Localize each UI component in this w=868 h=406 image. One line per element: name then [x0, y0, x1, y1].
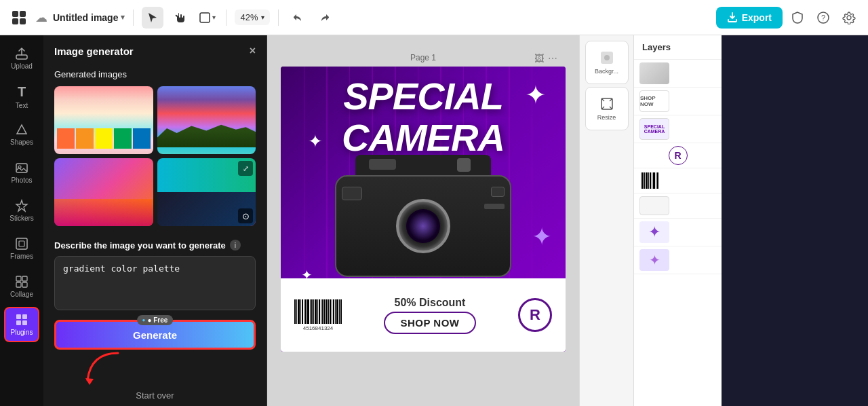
poster-title-camera: CAMERA: [281, 115, 566, 160]
sidebar-item-text[interactable]: T Text: [4, 79, 39, 114]
panel-sidebar: Image generator × Generated images: [43, 35, 267, 406]
svg-rect-18: [22, 314, 27, 319]
svg-marker-21: [85, 378, 94, 385]
poster-title-special: SPECIAL: [281, 77, 566, 115]
sidebar-item-collage[interactable]: Collage: [4, 269, 39, 304]
svg-rect-8: [16, 55, 27, 59]
shield-icon[interactable]: [787, 7, 808, 29]
describe-label: Describe the image you want to generate: [54, 240, 226, 251]
image-expand-icon[interactable]: ⤢: [238, 161, 253, 176]
layer-item-1[interactable]: [634, 60, 722, 88]
sidebar-item-stickers[interactable]: Stickers: [4, 193, 39, 228]
image-camera-icon: ⊙: [238, 208, 253, 223]
layer-item-3[interactable]: SPECIAL CAMERA: [634, 115, 722, 143]
sidebar-item-upload[interactable]: Upload: [4, 41, 39, 76]
right-panel: Backgr... Resize: [579, 35, 633, 406]
design-canvas[interactable]: SPECIAL CAMERA ✦ ✦ ✦ ✦: [281, 67, 566, 352]
sidebar-item-photos[interactable]: Photos: [4, 155, 39, 190]
generated-image-4[interactable]: ⊙ ⤢: [157, 158, 256, 226]
layer-item-2[interactable]: SHOP NOW: [634, 88, 722, 115]
describe-textarea[interactable]: [54, 256, 256, 310]
icon-sidebar: Upload T Text Shapes Photos Stickers Fra…: [0, 35, 43, 406]
svg-rect-3: [20, 18, 26, 24]
layers-header: Layers: [634, 35, 722, 60]
svg-rect-2: [12, 18, 18, 24]
zoom-control[interactable]: 42% ▾: [235, 10, 269, 25]
settings-icon[interactable]: [838, 7, 860, 29]
layer-item-4[interactable]: R: [634, 143, 722, 168]
svg-rect-20: [22, 320, 27, 325]
resize-button[interactable]: Resize: [585, 87, 629, 130]
frame-tool-button[interactable]: ▾: [196, 7, 218, 29]
generated-images-grid: ⊙ ⤢: [43, 86, 267, 234]
camera-image: [332, 155, 515, 277]
hand-tool-button[interactable]: [169, 7, 191, 29]
svg-rect-0: [12, 11, 18, 17]
poster-bottom-section: 4516841324 50% Discount SHOP NOW: [281, 278, 566, 352]
generate-label: Generate: [133, 329, 177, 341]
sidebar-item-frames[interactable]: Frames: [4, 231, 39, 266]
close-panel-button[interactable]: ×: [250, 45, 256, 57]
chevron-down-icon: ▾: [121, 13, 125, 22]
shop-now-area: 50% Discount SHOP NOW: [384, 297, 475, 334]
sparkle-bottom-right: ✦: [532, 223, 552, 251]
discount-text: 50% Discount: [384, 297, 475, 309]
svg-rect-15: [16, 282, 21, 287]
svg-rect-14: [22, 276, 27, 281]
svg-rect-16: [22, 282, 27, 287]
generated-images-label: Generated images: [43, 67, 267, 86]
svg-rect-19: [16, 320, 21, 325]
cloud-save-icon: ☁: [35, 10, 47, 25]
generated-image-2[interactable]: [157, 86, 256, 154]
svg-rect-9: [16, 164, 27, 172]
sidebar-item-plugins[interactable]: Plugins: [4, 307, 39, 342]
page-label: Page 1: [289, 53, 557, 62]
svg-rect-12: [19, 241, 24, 246]
generated-image-1[interactable]: [54, 86, 153, 154]
start-over-button[interactable]: Start over: [43, 384, 267, 406]
red-arrow: [84, 350, 125, 387]
shop-now-button: SHOP NOW: [384, 312, 475, 334]
select-tool-button[interactable]: [142, 7, 163, 29]
generated-image-3[interactable]: [54, 158, 153, 226]
layer-item-7[interactable]: ✦: [634, 219, 722, 246]
layer-item-5[interactable]: [634, 168, 722, 193]
help-icon[interactable]: ?: [812, 7, 834, 29]
svg-rect-1: [20, 11, 26, 17]
document-name[interactable]: Untitled image ▾: [53, 12, 125, 23]
layer-item-6[interactable]: [634, 193, 722, 219]
svg-point-23: [604, 55, 610, 60]
background-button[interactable]: Backgr...: [585, 41, 629, 84]
layer-item-8[interactable]: ✦: [634, 246, 722, 274]
layers-panel: Layers SHOP NOW SPECIAL CAMERA R: [633, 35, 722, 406]
export-button[interactable]: Export: [716, 7, 783, 29]
page-more-icon[interactable]: ⋯: [548, 53, 557, 64]
barcode: 4516841324: [294, 299, 342, 331]
canvas-scroll-area[interactable]: Page 1 🖼 ⋯: [267, 35, 579, 406]
svg-rect-4: [200, 13, 210, 22]
info-icon[interactable]: i: [230, 240, 241, 251]
page-image-icon[interactable]: 🖼: [534, 53, 544, 64]
svg-rect-11: [16, 238, 27, 249]
panel-title: Image generator: [54, 45, 134, 57]
svg-rect-17: [16, 314, 21, 319]
free-badge: ● ● Free: [137, 315, 174, 325]
page-wrapper: Page 1 🖼 ⋯: [281, 49, 566, 352]
svg-text:?: ?: [821, 14, 825, 22]
redo-button[interactable]: [314, 7, 336, 29]
undo-button[interactable]: [287, 7, 309, 29]
generate-button[interactable]: ● ● Free Generate: [54, 320, 256, 350]
svg-rect-13: [16, 276, 21, 281]
registered-mark: R: [518, 298, 552, 332]
sidebar-item-shapes[interactable]: Shapes: [4, 117, 39, 152]
svg-point-7: [847, 16, 851, 20]
app-logo[interactable]: [8, 7, 30, 29]
